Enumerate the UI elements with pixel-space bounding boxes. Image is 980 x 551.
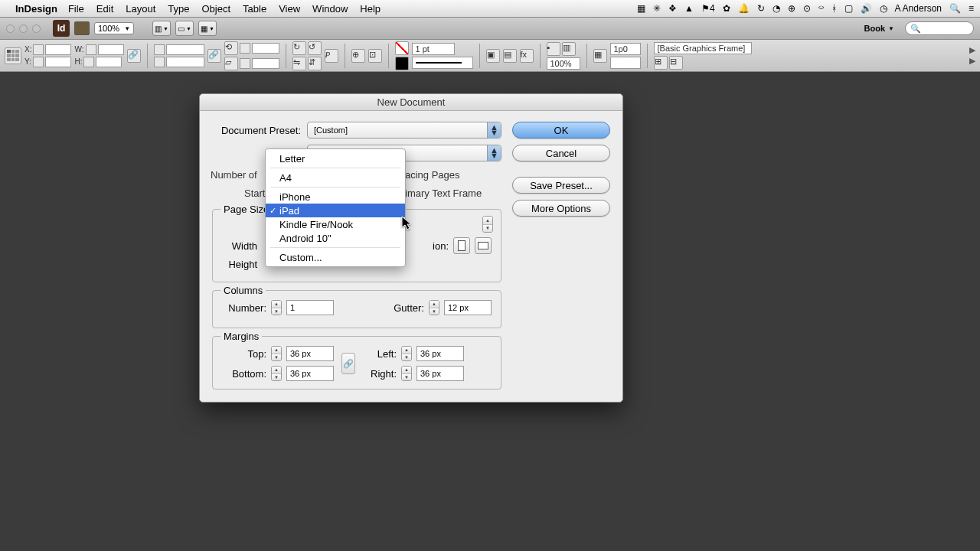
display-icon[interactable]: ▢ — [844, 3, 853, 14]
effects-icon[interactable]: fx — [520, 49, 534, 63]
dropdown-item[interactable]: A4 — [266, 171, 405, 184]
status-icon[interactable]: ↻ — [757, 3, 765, 14]
notification-icon[interactable]: ⚑4 — [701, 3, 715, 14]
scale-x-input[interactable] — [166, 44, 204, 55]
orientation-landscape-button[interactable] — [475, 237, 492, 254]
document-preset-select[interactable]: [Custom]▲▼ — [307, 122, 501, 139]
dropdown-item[interactable]: iPhone — [266, 190, 405, 204]
window-traffic-lights[interactable] — [6, 24, 41, 33]
clock-icon[interactable]: ◷ — [880, 3, 887, 14]
y-stepper[interactable] — [33, 57, 44, 67]
shear-icon[interactable]: ▱ — [224, 57, 238, 70]
stroke-swatch[interactable] — [395, 57, 409, 70]
margin-top-stepper[interactable]: ▲▼ — [271, 346, 282, 361]
link-margins-button[interactable]: 🔗 — [341, 353, 355, 374]
arrange-button[interactable]: ▦▼ — [198, 21, 217, 36]
h-stepper[interactable] — [83, 57, 94, 67]
status-icon[interactable]: 🔔 — [738, 3, 750, 14]
menu-view[interactable]: View — [279, 3, 300, 15]
status-icon[interactable]: ⊕ — [788, 3, 795, 14]
x-input[interactable] — [45, 44, 71, 55]
status-icon[interactable]: ▦ — [637, 3, 645, 14]
fill-swatch[interactable] — [395, 41, 409, 55]
rotate-input[interactable] — [252, 43, 279, 54]
shear-input[interactable] — [252, 58, 279, 69]
opacity-input[interactable]: 100% — [547, 57, 580, 70]
columns-number-input[interactable]: 1 — [286, 300, 334, 315]
cancel-button[interactable]: Cancel — [512, 145, 610, 161]
bridge-icon[interactable] — [74, 21, 90, 35]
status-icon[interactable]: ◔ — [773, 3, 780, 14]
page-size-select-stepper[interactable]: ▲▼ — [482, 216, 493, 233]
dropdown-item[interactable]: Letter — [266, 152, 405, 165]
scale-y-input[interactable] — [166, 57, 204, 67]
zoom-level-select[interactable]: 100%▼ — [94, 22, 134, 34]
shear-stepper[interactable] — [240, 58, 250, 69]
constrain-icon[interactable]: 🔗 — [127, 49, 141, 63]
control-panel-menu[interactable]: ▶▶ — [969, 45, 975, 66]
flip-h-icon[interactable]: ⇋ — [292, 57, 306, 70]
volume-icon[interactable]: 🔊 — [861, 3, 872, 14]
menu-file[interactable]: File — [68, 3, 84, 15]
margin-top-input[interactable]: 36 px — [286, 346, 334, 361]
rotate-cw-icon[interactable]: ↻ — [292, 41, 306, 55]
stroke-style-select[interactable] — [412, 57, 473, 69]
margin-bottom-stepper[interactable]: ▲▼ — [271, 366, 282, 381]
gutter-input[interactable]: 12 px — [444, 300, 492, 315]
status-icon[interactable]: ❖ — [668, 3, 677, 14]
menu-object[interactable]: Object — [202, 3, 231, 15]
menu-edit[interactable]: Edit — [96, 3, 113, 15]
object-style-select[interactable]: [Basic Graphics Frame] — [654, 42, 752, 54]
wifi-icon[interactable]: ⌔ — [818, 3, 824, 14]
w-input[interactable] — [98, 44, 124, 55]
margin-bottom-input[interactable]: 36 px — [286, 366, 334, 381]
h-input[interactable] — [96, 57, 122, 67]
center-content-icon[interactable]: ▤ — [503, 49, 517, 63]
dropdown-item[interactable]: Kindle Fire/Nook — [266, 217, 405, 231]
stroke-weight-select[interactable]: 1 pt — [412, 43, 455, 55]
status-icon[interactable]: ⊙ — [803, 3, 811, 14]
margin-left-input[interactable]: 36 px — [416, 346, 464, 361]
orientation-portrait-button[interactable] — [453, 237, 470, 254]
scale-y-stepper[interactable] — [154, 57, 165, 67]
workspace-switcher[interactable]: Book▼ — [864, 24, 894, 33]
status-icon[interactable]: ▲ — [684, 3, 694, 14]
fit-content-icon[interactable]: ▣ — [486, 49, 500, 63]
dropdown-item-custom[interactable]: Custom... — [266, 250, 405, 264]
drop-shadow-icon[interactable]: ▪ — [547, 42, 560, 56]
align-icon[interactable]: ⊞ — [654, 56, 668, 70]
constrain-scale-icon[interactable]: 🔗 — [207, 49, 221, 63]
ok-button[interactable]: OK — [512, 122, 610, 139]
x-stepper[interactable] — [33, 44, 44, 55]
dropdown-item-selected[interactable]: iPad — [266, 204, 405, 217]
view-options-button[interactable]: ▥▼ — [152, 21, 171, 36]
margin-left-stepper[interactable]: ▲▼ — [401, 346, 412, 361]
text-wrap-icon[interactable]: ▦ — [593, 49, 607, 63]
spotlight-icon[interactable]: 🔍 — [949, 3, 961, 14]
rotate-stepper[interactable] — [240, 43, 250, 54]
flip-v-icon[interactable]: ⇵ — [308, 57, 322, 70]
select-content-icon[interactable]: ⊕ — [351, 49, 365, 63]
opacity-icon[interactable]: ▥ — [562, 42, 576, 56]
margin-right-stepper[interactable]: ▲▼ — [401, 366, 412, 381]
margin-right-input[interactable]: 36 px — [416, 366, 464, 381]
w-stepper[interactable] — [86, 44, 96, 55]
status-icon[interactable]: ✳ — [653, 3, 661, 14]
screen-mode-button[interactable]: ▭▼ — [175, 21, 194, 36]
save-preset-button[interactable]: Save Preset... — [512, 177, 610, 194]
menu-window[interactable]: Window — [312, 3, 348, 15]
app-name[interactable]: InDesign — [15, 3, 57, 15]
distribute-icon[interactable]: ⊟ — [669, 56, 683, 70]
menu-layout[interactable]: Layout — [126, 3, 155, 15]
rotate-ccw-icon[interactable]: ↺ — [308, 41, 322, 55]
y-input[interactable] — [45, 57, 71, 67]
notification-center-icon[interactable]: ≡ — [969, 3, 974, 14]
bluetooth-icon[interactable]: ᚼ — [831, 3, 837, 14]
help-search[interactable]: 🔍 — [905, 21, 974, 35]
status-icon[interactable]: ✿ — [723, 3, 730, 14]
menu-type[interactable]: Type — [168, 3, 189, 15]
corner-input[interactable]: 1p0 — [610, 43, 641, 55]
select-container-icon[interactable]: ⊡ — [368, 49, 382, 63]
menu-table[interactable]: Table — [243, 3, 266, 15]
columns-number-stepper[interactable]: ▲▼ — [271, 300, 282, 315]
